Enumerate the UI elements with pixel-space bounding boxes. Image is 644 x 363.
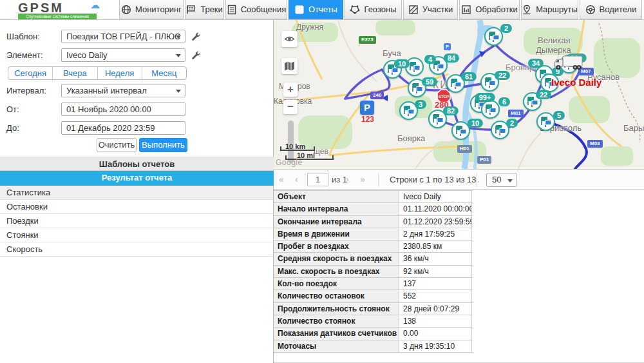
- flags-icon: [453, 130, 469, 141]
- tab-polygon[interactable]: Геозоны: [345, 0, 402, 19]
- cluster-count-badge[interactable]: 34: [528, 59, 544, 68]
- map-canvas[interactable]: STOP 280 P 123 P Iveco Daily: [274, 20, 644, 169]
- page-size-select[interactable]: 50: [486, 173, 517, 187]
- cluster-count-badge[interactable]: 5: [553, 111, 565, 120]
- period-button-1[interactable]: Сегодня: [8, 67, 53, 79]
- clear-button[interactable]: Очистить: [97, 138, 137, 152]
- interval-select[interactable]: Указанный интервал: [61, 84, 185, 97]
- zoom-in-button[interactable]: +: [283, 83, 298, 97]
- template-settings-wrench-icon[interactable]: [191, 32, 200, 41]
- prev-page-button[interactable]: ‹: [295, 174, 298, 184]
- vehicle-truck-icon[interactable]: [552, 54, 585, 77]
- flags-icon: [430, 64, 446, 75]
- tab-label: Водители: [600, 5, 637, 14]
- table-row: Показания датчиков счетчиков0.00: [274, 328, 473, 340]
- brand-name: GPSM: [18, 1, 64, 15]
- map-town-label: Барышевка: [623, 123, 644, 133]
- interval-select-value: Указанный интервал: [66, 86, 147, 95]
- zoom-out-button[interactable]: −: [283, 100, 298, 114]
- element-label: Элемент:: [6, 50, 43, 60]
- wheel-icon: [585, 5, 596, 15]
- chevron-down-icon: [176, 35, 181, 39]
- parking-small-marker[interactable]: P: [444, 43, 451, 50]
- tab-list[interactable]: Сообщения: [225, 0, 287, 19]
- flags-icon: [406, 66, 422, 77]
- table-row-value: 01.11.2020 00:00:00: [399, 203, 472, 215]
- table-row: Средняя скорость в поездках36 км/ч: [274, 253, 473, 265]
- tab-bars[interactable]: Обработки: [459, 0, 520, 19]
- brand-logo[interactable]: GPSM ☁ Спутниковые системы слежения: [18, 1, 99, 19]
- cluster-count-badge[interactable]: 6: [498, 97, 510, 106]
- section-report-templates[interactable]: Шаблоны отчетов: [0, 157, 274, 171]
- cluster-count-badge[interactable]: 10: [394, 59, 410, 68]
- map-layers-button[interactable]: [281, 58, 298, 74]
- cluster-count-badge[interactable]: 82: [443, 106, 459, 115]
- cluster-count-badge[interactable]: 61: [461, 72, 477, 81]
- cluster-count-badge[interactable]: 2: [506, 119, 518, 128]
- cluster-marker[interactable]: [481, 100, 500, 119]
- visibility-eye-button[interactable]: [281, 31, 298, 47]
- to-date-input[interactable]: 01 Декабрь 2020 23:59: [61, 121, 185, 135]
- tab-chart[interactable]: Отчеты: [289, 0, 343, 19]
- road-badge: E373: [359, 36, 376, 44]
- element-select[interactable]: Iveco Daily: [61, 48, 185, 62]
- svg-text:STOP: STOP: [439, 95, 449, 99]
- table-row-label: Начало интервала: [274, 203, 399, 215]
- table-row-value: 138: [399, 315, 472, 327]
- table-row: Окончание интервала01.12.2020 23:59:59: [274, 216, 473, 228]
- cluster-marker[interactable]: [536, 112, 555, 131]
- road-badge: P01: [477, 156, 491, 164]
- cluster-count-badge[interactable]: 59: [422, 77, 437, 86]
- vehicle-name-label: Iveco Daily: [551, 77, 601, 88]
- table-row-label: Пробег в поездках: [274, 240, 399, 252]
- report-sidebar: Шаблон: Поездки ТОВ ГРЕЙД - ПЛЮС Элемент…: [0, 20, 274, 363]
- table-row: Кол-во поездок137: [274, 278, 473, 290]
- report-item-1[interactable]: Статистика: [0, 186, 273, 200]
- period-button-3[interactable]: Неделя: [98, 67, 142, 79]
- flags-icon: [409, 87, 425, 98]
- report-item-5[interactable]: Скорость: [0, 242, 273, 257]
- cluster-count-badge[interactable]: 22: [495, 71, 510, 80]
- table-row: Макс. скорость в поездках92 км/ч: [274, 266, 473, 278]
- cluster-count-badge[interactable]: 2: [500, 24, 512, 33]
- element-settings-wrench-icon[interactable]: [191, 50, 200, 60]
- cluster-count-badge[interactable]: 99+: [475, 93, 495, 102]
- tab-label: Геозоны: [364, 5, 396, 14]
- tab-wheel[interactable]: Водители: [580, 0, 642, 19]
- page-number-input[interactable]: 1: [307, 173, 328, 186]
- next-page-button[interactable]: ›: [346, 174, 349, 184]
- table-row-label: Кол-во поездок: [274, 278, 399, 289]
- report-item-2[interactable]: Остановки: [0, 200, 273, 214]
- period-button-2[interactable]: Вчера: [53, 67, 97, 79]
- cluster-count-badge[interactable]: 84: [444, 54, 459, 63]
- cluster-count-badge[interactable]: 22: [536, 90, 551, 99]
- tab-flag[interactable]: Треки: [185, 0, 224, 19]
- table-row-label: Моточасы: [274, 340, 399, 352]
- table-row-value: 28 дней 0:07:29: [399, 303, 472, 315]
- run-button[interactable]: Выполнить: [139, 138, 187, 152]
- period-button-4[interactable]: Месяц: [142, 67, 186, 79]
- tab-pin[interactable]: Маршруты: [521, 0, 578, 19]
- last-page-button[interactable]: »: [360, 174, 365, 184]
- cluster-count-badge[interactable]: 4: [424, 55, 436, 64]
- from-date-input[interactable]: 01 Ноябрь 2020 00:00: [61, 103, 185, 116]
- map-town-label: Великая: [538, 35, 571, 45]
- statistics-table: ОбъектIveco DailyНачало интервала01.11.2…: [274, 190, 473, 353]
- section-report-result[interactable]: Результат отчета: [0, 171, 274, 186]
- parking-marker[interactable]: P: [360, 101, 374, 115]
- first-page-button[interactable]: «: [279, 174, 284, 184]
- flags-icon: [482, 108, 498, 119]
- table-row: Пробег в поездках2380.85 км: [274, 240, 473, 253]
- table-row-label: Продолжительность стоянок: [274, 303, 399, 315]
- table-row-label: Макс. скорость в поездках: [274, 266, 399, 277]
- pagination-bar: « ‹ 1 из 1 › » Строки с 1 по 13 из 13 50: [274, 169, 644, 190]
- tab-globe[interactable]: Мониторинг: [119, 0, 184, 19]
- cluster-count-badge[interactable]: 10: [468, 119, 483, 128]
- tab-hatch[interactable]: Участки: [403, 0, 458, 19]
- report-item-3[interactable]: Поездки: [0, 214, 273, 228]
- cluster-count-badge[interactable]: 3: [415, 100, 426, 109]
- report-item-4[interactable]: Стоянки: [0, 228, 273, 242]
- table-row-value: 92 км/ч: [399, 266, 472, 277]
- period-button-group: СегодняВчераНеделяМесяц: [8, 66, 187, 80]
- template-select[interactable]: Поездки ТОВ ГРЕЙД - ПЛЮС: [61, 30, 185, 43]
